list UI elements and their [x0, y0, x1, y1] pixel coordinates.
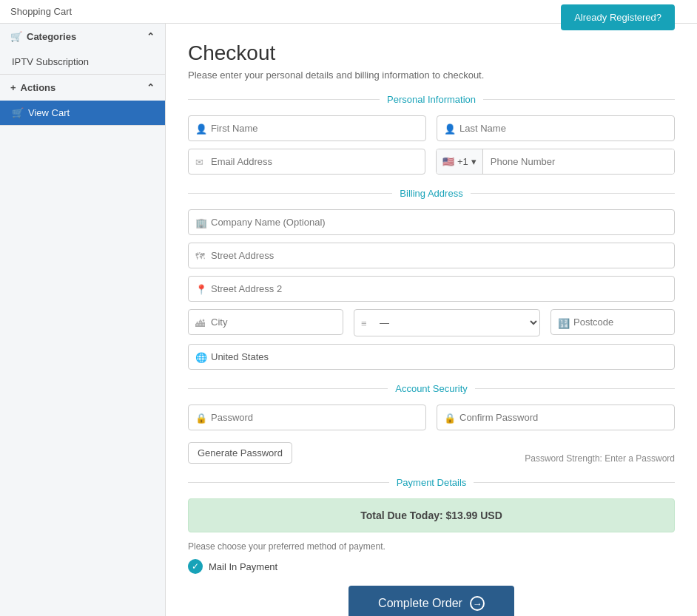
country-row: 🌐: [188, 344, 675, 370]
personal-info-label: Personal Information: [387, 94, 476, 105]
street-input[interactable]: [188, 243, 675, 268]
password-strength-hint: Password Strength: Enter a Password: [525, 453, 675, 464]
password-input[interactable]: [188, 405, 426, 430]
email-group: ✉: [188, 149, 425, 175]
sidebar: 🛒 Categories ⌃ IPTV Subscription + Actio…: [0, 24, 166, 616]
state-icon: ≡: [361, 317, 367, 328]
cart-icon-2: 🛒: [12, 107, 24, 118]
account-security-divider: Account Security: [188, 383, 675, 394]
top-bar-title: Shopping Cart: [10, 6, 72, 17]
phone-group: 🇺🇸 +1 ▾: [436, 149, 675, 175]
map-icon: 🗺: [195, 250, 205, 261]
pin-icon: 📍: [195, 283, 207, 294]
lock-icon-2: 🔒: [444, 412, 456, 423]
page-subtitle: Please enter your personal details and b…: [188, 70, 675, 81]
payment-note: Please choose your preferred method of p…: [188, 541, 675, 552]
page-header: Already Registered? Checkout Please ente…: [188, 41, 675, 81]
check-icon: ✓: [188, 559, 203, 574]
country-group: 🌐: [188, 344, 675, 370]
sidebar-categories-header[interactable]: 🛒 Categories ⌃: [0, 24, 165, 50]
person-icon: 👤: [195, 123, 207, 134]
sidebar-actions-header[interactable]: + Actions ⌃: [0, 75, 165, 101]
cart-icon: 🛒: [10, 31, 22, 42]
postcode-icon: 🔢: [558, 317, 570, 328]
sidebar-item-iptv-label: IPTV Subscription: [12, 56, 89, 67]
phone-flag-prefix[interactable]: 🇺🇸 +1 ▾: [437, 149, 483, 174]
city-icon: 🏙: [195, 317, 205, 328]
chevron-up-icon-2: ⌃: [147, 82, 155, 93]
main-content: Already Registered? Checkout Please ente…: [166, 24, 697, 616]
flag-icon: 🇺🇸: [442, 156, 454, 167]
confirm-password-group: 🔒: [437, 405, 675, 430]
first-name-input[interactable]: [188, 115, 426, 141]
last-name-group: 👤: [437, 115, 675, 141]
company-group: 🏢: [188, 209, 675, 235]
total-due-box: Total Due Today: $13.99 USD: [188, 498, 675, 532]
email-input[interactable]: [188, 149, 425, 175]
personal-info-divider: Personal Information: [188, 94, 675, 105]
country-input[interactable]: [188, 344, 675, 370]
dropdown-icon: ▾: [471, 156, 477, 167]
street2-group: 📍: [188, 276, 675, 302]
total-due-amount: $13.99 USD: [446, 510, 502, 521]
phone-code: +1: [457, 156, 468, 167]
person-icon-2: 👤: [444, 123, 456, 134]
street2-input[interactable]: [188, 276, 675, 302]
generate-password-button[interactable]: Generate Password: [188, 442, 292, 464]
state-select[interactable]: —: [354, 309, 540, 336]
password-row: 🔒 🔒: [188, 405, 675, 430]
sidebar-actions-label: Actions: [21, 82, 56, 93]
total-due-label: Total Due Today:: [360, 510, 442, 521]
mail-in-payment-label: Mail In Payment: [209, 561, 277, 572]
complete-order-button[interactable]: Complete Order →: [348, 586, 514, 616]
payment-option-mail[interactable]: ✓ Mail In Payment: [188, 559, 675, 574]
phone-input[interactable]: [483, 149, 674, 174]
chevron-up-icon: ⌃: [147, 31, 155, 42]
page-title: Checkout: [188, 41, 675, 65]
arrow-right-icon: →: [470, 596, 485, 611]
payment-details-label: Payment Details: [397, 477, 467, 488]
contact-row: ✉ 🇺🇸 +1 ▾: [188, 149, 675, 175]
street-row: 🗺: [188, 243, 675, 268]
complete-order-wrapper: Complete Order →: [188, 586, 675, 616]
payment-details-divider: Payment Details: [188, 477, 675, 488]
street-group: 🗺: [188, 243, 675, 268]
company-row: 🏢: [188, 209, 675, 235]
plus-icon: +: [10, 82, 16, 93]
postcode-group: 🔢: [550, 309, 675, 336]
last-name-input[interactable]: [437, 115, 675, 141]
city-group: 🏙: [188, 309, 343, 336]
password-group: 🔒: [188, 405, 426, 430]
email-icon: ✉: [195, 156, 203, 167]
name-row: 👤 👤: [188, 115, 675, 141]
city-state-row: 🏙 ≡ — 🔢: [188, 309, 675, 336]
street2-row: 📍: [188, 276, 675, 302]
sidebar-item-iptv[interactable]: IPTV Subscription: [0, 50, 165, 74]
lock-icon: 🔒: [195, 412, 207, 423]
sidebar-item-view-cart-label: View Cart: [28, 107, 70, 118]
state-group: ≡ —: [354, 309, 540, 336]
billing-address-label: Billing Address: [400, 188, 462, 199]
globe-icon: 🌐: [195, 351, 207, 362]
sidebar-categories-section: 🛒 Categories ⌃ IPTV Subscription: [0, 24, 165, 75]
city-input[interactable]: [188, 309, 343, 335]
complete-order-label: Complete Order: [378, 597, 462, 610]
password-actions-row: Generate Password Password Strength: Ent…: [188, 438, 675, 464]
company-input[interactable]: [188, 209, 675, 235]
confirm-password-input[interactable]: [437, 405, 675, 430]
building-icon: 🏢: [195, 217, 207, 228]
sidebar-categories-label: Categories: [27, 31, 76, 42]
account-security-label: Account Security: [395, 383, 468, 394]
sidebar-actions-section: + Actions ⌃ 🛒 View Cart: [0, 75, 165, 126]
already-registered-button[interactable]: Already Registered?: [561, 4, 675, 30]
sidebar-item-view-cart[interactable]: 🛒 View Cart: [0, 101, 165, 125]
first-name-group: 👤: [188, 115, 426, 141]
billing-address-divider: Billing Address: [188, 188, 675, 199]
